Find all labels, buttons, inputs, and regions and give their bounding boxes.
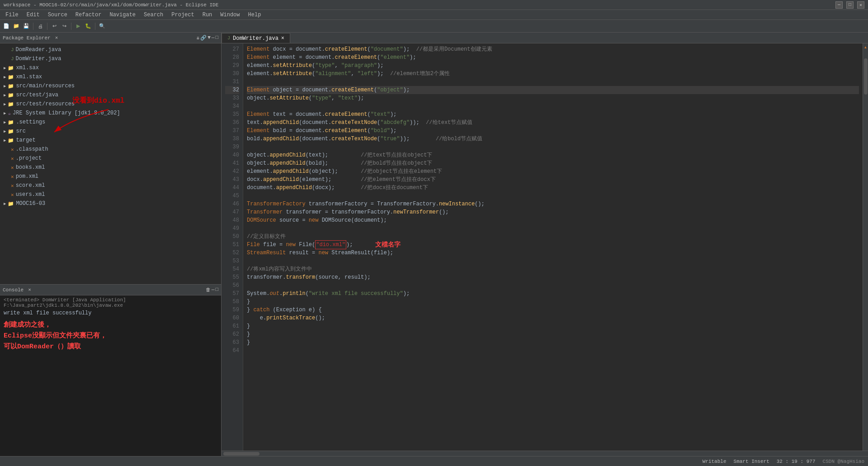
menu-search[interactable]: Search <box>140 11 167 19</box>
tree-item-label: pom.xml <box>16 173 38 180</box>
maximize-console-icon[interactable]: □ <box>215 287 218 293</box>
editor-area: J DomWriter.java × 2728293031 32 3334353… <box>222 33 868 456</box>
tab-domwriter[interactable]: J DomWriter.java × <box>222 33 290 43</box>
clear-console-icon[interactable]: 🗑 <box>206 287 211 293</box>
console-output: write xml file successfully <box>4 310 217 316</box>
horizontal-scrollbar[interactable] <box>222 451 868 456</box>
toolbar-debug[interactable]: 🐛 <box>84 22 93 31</box>
minimize-view-icon[interactable]: — <box>212 35 215 41</box>
tree-item-target[interactable]: ▶ 📁 target <box>0 136 221 145</box>
code-line-28: Element element = document.createElement… <box>247 53 859 62</box>
console-annotation: 創建成功之後，Eclipse没顯示但文件夾裏已有，可以DomReader（）讀取 <box>4 320 217 352</box>
tree-item-label: src/main/resources <box>16 83 75 89</box>
toolbar-print[interactable]: 🖨 <box>36 22 45 31</box>
close-tab-icon[interactable]: × <box>281 35 284 42</box>
window-controls[interactable]: — □ ✕ <box>835 1 864 9</box>
tree-item-jre[interactable]: ▶ ☕ JRE System Library [jdk1.8.0_202] <box>0 109 221 118</box>
tree-item-users[interactable]: ✕ users.xml <box>0 190 221 199</box>
view-menu-icon[interactable]: ▼ <box>208 35 211 41</box>
package-explorer-header: Package Explorer × ⇊ 🔗 ▼ — □ <box>0 33 221 43</box>
code-line-50: //定义目标文件 <box>247 233 859 241</box>
close-console-icon[interactable]: × <box>28 287 31 293</box>
tree-item-project[interactable]: ✕ .project <box>0 154 221 163</box>
maximize-view-icon[interactable]: □ <box>215 35 218 41</box>
tree-item-testjava[interactable]: ▶ 📁 src/test/java <box>0 90 221 100</box>
maximize-button[interactable]: □ <box>846 1 854 9</box>
tree-item-label: JRE System Library [jdk1.8.0_202] <box>13 110 120 116</box>
tree-item-classpath[interactable]: ✕ .classpath <box>0 145 221 154</box>
toolbar-run[interactable]: ▶ <box>74 22 83 31</box>
close-button[interactable]: ✕ <box>857 1 864 9</box>
right-scrollbar[interactable]: ▲ <box>863 43 868 451</box>
brand-label: CSDN @NagHsiao <box>823 459 864 464</box>
menu-refactor[interactable]: Refactor <box>72 11 105 19</box>
menu-run[interactable]: Run <box>199 11 216 19</box>
tree-item-src[interactable]: ▶ 📁 src <box>0 127 221 136</box>
tree-item-label: DomWriter.java <box>16 56 61 62</box>
toolbar-redo[interactable]: ↪ <box>60 22 69 31</box>
console-header: Console × 🗑 — □ <box>0 285 221 295</box>
console-title: Console <box>3 287 24 293</box>
menu-window[interactable]: Window <box>217 11 243 19</box>
tree-item-mainres[interactable]: ▶ 📁 src/main/resources <box>0 81 221 90</box>
tree-item-settings[interactable]: ▶ 📁 .settings <box>0 118 221 127</box>
code-line-60: e.printStackTrace(); <box>247 314 859 322</box>
code-line-33: object.setAttribute("type", "text"); <box>247 94 859 102</box>
toolbar-search[interactable]: 🔍 <box>98 22 107 31</box>
minimize-console-icon[interactable]: — <box>212 287 215 293</box>
tree-item-xmlsax[interactable]: ▶ 📁 xml.sax <box>0 63 221 72</box>
tree-item-testres[interactable]: ▶ 📁 src/test/resources <box>0 100 221 109</box>
tree-item-label: xml.sax <box>16 65 38 71</box>
tree-item-books[interactable]: ✕ books.xml <box>0 163 221 172</box>
menu-project[interactable]: Project <box>168 11 198 19</box>
console-panel: Console × 🗑 — □ <terminated> DomWriter [… <box>0 284 221 456</box>
code-line-48: DOMSource source = new DOMSource(documen… <box>247 216 859 224</box>
panel-actions[interactable]: ⇊ 🔗 ▼ — □ <box>197 35 218 41</box>
h-scroll-thumb[interactable] <box>223 452 259 456</box>
package-explorer-title: Package Explorer <box>3 35 51 41</box>
status-position: 32 : 19 : 977 <box>777 459 816 464</box>
code-line-44: document.appendChild(docx); //把docx挂在doc… <box>247 184 859 192</box>
tree-item-score[interactable]: ✕ score.xml <box>0 181 221 190</box>
menu-edit[interactable]: Edit <box>23 11 43 19</box>
tree-item-xmlstax[interactable]: ▶ 📁 xml.stax <box>0 72 221 81</box>
folder-icon: 📁 <box>8 92 14 98</box>
toolbar: 📄 📁 💾 🖨 ↩ ↪ ▶ 🐛 🔍 <box>0 20 868 33</box>
line-numbers: 2728293031 32 333435363738 394041424344 … <box>222 43 243 451</box>
code-line-45 <box>247 192 859 200</box>
menu-source[interactable]: Source <box>44 11 71 19</box>
tree-item-domwriter[interactable]: J DomWriter.java <box>0 54 221 63</box>
toolbar-sep-2 <box>47 23 47 30</box>
toolbar-new[interactable]: 📄 <box>2 22 11 31</box>
tree-item-domreader[interactable]: J DomReader.java <box>0 45 221 54</box>
code-line-30: element.setAttribute("alignment", "left"… <box>247 70 859 78</box>
tree-item-label: src <box>16 128 26 134</box>
code-line-40: object.appendChild(text); //把text节点挂在obj… <box>247 151 859 159</box>
folder-icon: 📁 <box>8 74 14 80</box>
code-editor[interactable]: 2728293031 32 333435363738 394041424344 … <box>222 43 868 451</box>
menu-help[interactable]: Help <box>245 11 265 19</box>
toolbar-save[interactable]: 💾 <box>22 22 31 31</box>
folder-arrow-icon: ▶ <box>4 201 6 206</box>
tree-view[interactable]: J DomReader.java J DomWriter.java ▶ 📁 xm… <box>0 43 221 284</box>
toolbar-open[interactable]: 📁 <box>12 22 21 31</box>
toolbar-undo[interactable]: ↩ <box>50 22 59 31</box>
minimize-button[interactable]: — <box>835 1 843 9</box>
left-panel: Package Explorer × ⇊ 🔗 ▼ — □ J DomReader… <box>0 33 222 456</box>
link-editor-icon[interactable]: 🔗 <box>200 35 207 41</box>
menu-navigate[interactable]: Navigate <box>106 11 139 19</box>
code-content[interactable]: Element docx = document.createElement("d… <box>243 43 863 451</box>
status-writable: Writable <box>703 459 726 464</box>
console-actions[interactable]: 🗑 — □ <box>206 287 218 293</box>
code-line-38: bold.appendChild(document.createTextNode… <box>247 135 859 143</box>
tab-icon: J <box>227 36 230 41</box>
menu-file[interactable]: File <box>2 11 22 19</box>
position-label: 32 : 19 : 977 <box>777 459 816 464</box>
folder-arrow-icon: ▶ <box>4 102 6 107</box>
tree-item-pom[interactable]: ✕ pom.xml <box>0 172 221 181</box>
collapse-all-icon[interactable]: ⇊ <box>197 35 200 41</box>
close-panel-icon[interactable]: × <box>55 35 58 41</box>
scroll-thumb[interactable] <box>864 58 868 95</box>
java-file-icon: J <box>11 56 14 62</box>
tree-item-mooc16-03[interactable]: ▶ 📁 MOOC16-03 <box>0 199 221 208</box>
